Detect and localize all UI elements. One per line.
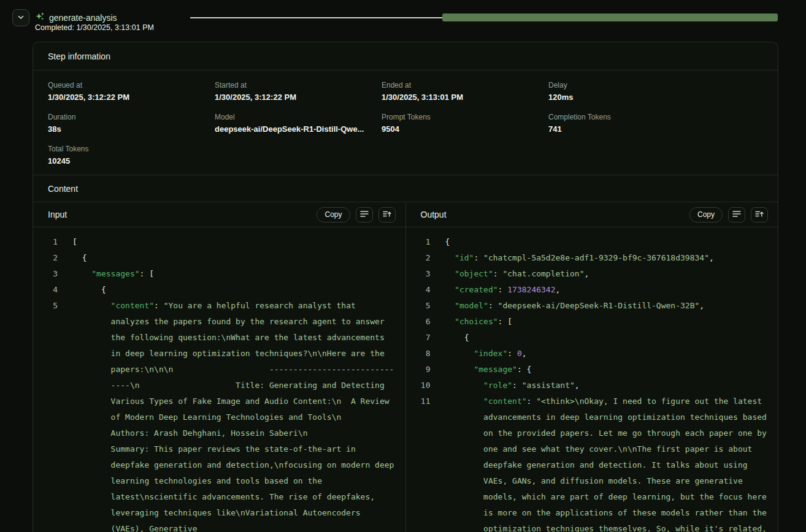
info-field-value: 1/30/2025, 3:13:01 PM: [382, 93, 548, 102]
code-line-content: "choices": [: [445, 314, 770, 330]
code-line: 9"message": {: [406, 362, 770, 378]
info-field-label: Model: [215, 113, 382, 121]
code-line: 4{: [33, 282, 397, 298]
code-line-content: {: [445, 330, 770, 346]
info-field: Duration38s: [48, 113, 215, 134]
output-panel-header: Output Copy: [406, 202, 778, 227]
info-field-value: 1/30/2025, 3:12:22 PM: [48, 93, 215, 102]
generation-sparkle-icon: [35, 12, 45, 24]
code-line-content: "content": "<think>\nOkay, I need to fig…: [445, 393, 770, 532]
info-field-value: 10245: [48, 156, 215, 165]
code-line-content: "content": "You are a helpful research a…: [72, 298, 397, 532]
info-field-label: Duration: [48, 113, 215, 121]
code-line: 2{: [33, 250, 397, 266]
step-header: generate-analysis: [35, 12, 117, 24]
info-field-label: Queued at: [48, 81, 215, 89]
info-field-label: Ended at: [382, 81, 548, 89]
info-field: Queued at1/30/2025, 3:12:22 PM: [48, 81, 215, 102]
input-panel-title: Input: [48, 210, 311, 219]
wrap-text-button[interactable]: [728, 207, 745, 222]
input-output-split: Input Copy 1[2{3"messages": [4{5"content…: [33, 202, 778, 532]
info-field: Prompt Tokens9504: [382, 113, 548, 134]
chevron-down-icon: [17, 13, 25, 23]
code-line: 1[: [33, 234, 397, 250]
scroll-to-top-button[interactable]: [751, 207, 768, 222]
line-number: 3: [406, 266, 431, 282]
timeline-track: [190, 17, 442, 18]
output-panel: Output Copy 1{2"id": "chatcmpl-5a5d2e8e-…: [405, 202, 778, 532]
line-number: 7: [406, 330, 431, 346]
info-field: Completion Tokens741: [548, 113, 715, 134]
line-number: 2: [406, 250, 431, 266]
output-code-viewer[interactable]: 1{2"id": "chatcmpl-5a5d2e8e-adf1-9329-bf…: [406, 227, 778, 532]
code-line: 7{: [406, 330, 770, 346]
code-line: 10"role": "assistant",: [406, 378, 770, 393]
code-line-content: "created": 1738246342,: [445, 282, 770, 298]
info-field-value: 9504: [382, 124, 548, 134]
info-field-value: 38s: [48, 124, 215, 134]
collapse-button[interactable]: [12, 9, 29, 26]
code-line: 5"model": "deepseek-ai/DeepSeek-R1-Disti…: [406, 298, 770, 314]
step-title: generate-analysis: [49, 13, 117, 23]
line-number: 4: [33, 282, 58, 298]
line-number: 5: [406, 298, 431, 314]
line-number: 3: [33, 266, 58, 282]
content-section-header: Content: [33, 175, 778, 202]
line-number: 8: [406, 346, 431, 362]
info-field-value: 120ms: [548, 93, 715, 102]
info-field-label: Started at: [215, 81, 382, 89]
code-line-content: {: [445, 234, 770, 250]
wrap-text-icon: [360, 210, 369, 220]
input-panel: Input Copy 1[2{3"messages": [4{5"content…: [33, 202, 405, 532]
info-field-label: Completion Tokens: [548, 113, 715, 121]
code-line: 3"messages": [: [33, 266, 397, 282]
copy-output-button[interactable]: Copy: [689, 207, 723, 222]
wrap-text-button[interactable]: [356, 207, 373, 222]
output-panel-title: Output: [421, 210, 684, 219]
code-line: 3"object": "chat.completion",: [406, 266, 770, 282]
line-number: 2: [33, 250, 58, 266]
info-field-label: Total Tokens: [48, 145, 215, 153]
line-number: 1: [33, 234, 58, 250]
info-field: Modeldeepseek-ai/DeepSeek-R1-Distill-Qwe…: [215, 113, 382, 134]
info-field: Delay120ms: [548, 81, 715, 102]
code-line: 2"id": "chatcmpl-5a5d2e8e-adf1-9329-bf9c…: [406, 250, 770, 266]
line-number: 10: [406, 378, 431, 393]
info-field-value: 1/30/2025, 3:12:22 PM: [215, 93, 382, 102]
code-line-content: "index": 0,: [445, 346, 770, 362]
code-line: 4"created": 1738246342,: [406, 282, 770, 298]
input-panel-header: Input Copy: [33, 202, 405, 227]
copy-input-button[interactable]: Copy: [317, 207, 350, 222]
info-field: Ended at1/30/2025, 3:13:01 PM: [382, 81, 548, 102]
step-completed-timestamp: Completed: 1/30/2025, 3:13:01 PM: [35, 23, 154, 32]
code-line: 11"content": "<think>\nOkay, I need to f…: [406, 393, 770, 532]
step-information-title: Step information: [48, 51, 110, 61]
info-field-value: 741: [548, 124, 715, 134]
code-line-content: {: [72, 282, 397, 298]
code-line-content: "message": {: [445, 362, 770, 378]
timeline-span-bar[interactable]: [442, 13, 778, 21]
code-line: 1{: [406, 234, 770, 250]
line-number: 1: [406, 234, 431, 250]
step-information-header: Step information: [33, 42, 778, 70]
code-line-content: [: [72, 234, 397, 250]
code-line-content: {: [72, 250, 397, 266]
info-field-label: Prompt Tokens: [382, 113, 548, 121]
trace-step-detail-view: generate-analysis Completed: 1/30/2025, …: [0, 0, 806, 532]
info-field-label: Delay: [548, 81, 715, 89]
code-line-content: "role": "assistant",: [445, 378, 770, 393]
code-line: 5"content": "You are a helpful research …: [33, 298, 397, 532]
scroll-to-top-button[interactable]: [378, 207, 396, 222]
info-field: Total Tokens10245: [48, 145, 215, 165]
info-field: Started at1/30/2025, 3:12:22 PM: [215, 81, 382, 102]
content-title: Content: [48, 184, 78, 194]
code-line-content: "object": "chat.completion",: [445, 266, 770, 282]
code-line-content: "id": "chatcmpl-5a5d2e8e-adf1-9329-bf9c-…: [445, 250, 770, 266]
scroll-to-top-icon: [755, 210, 764, 220]
line-number: 5: [33, 298, 58, 314]
wrap-text-icon: [732, 210, 741, 220]
scroll-to-top-icon: [383, 210, 391, 220]
input-code-viewer[interactable]: 1[2{3"messages": [4{5"content": "You are…: [33, 227, 405, 532]
code-line-content: "messages": [: [72, 266, 397, 282]
step-information-grid: Queued at1/30/2025, 3:12:22 PMStarted at…: [33, 70, 778, 175]
